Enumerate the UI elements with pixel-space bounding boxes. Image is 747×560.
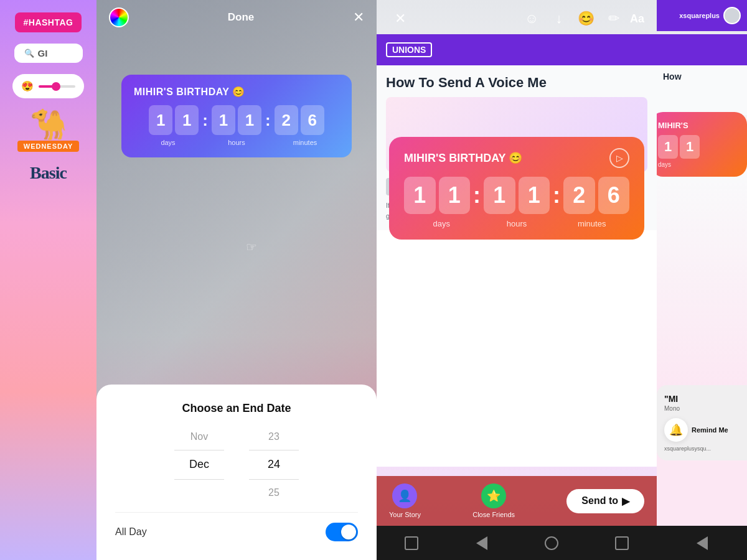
close-button[interactable]: ✕ bbox=[353, 9, 364, 26]
home-icon-3 bbox=[545, 536, 558, 550]
day-column[interactable]: 23 24 25 bbox=[249, 430, 299, 500]
partial-digits-row: 1 1 bbox=[658, 135, 740, 159]
download-icon[interactable]: ↓ bbox=[548, 7, 570, 30]
your-story-icon: 👤 bbox=[392, 483, 417, 508]
all-day-label: All Day bbox=[115, 526, 147, 538]
done-button[interactable]: Done bbox=[228, 11, 255, 24]
send-to-button[interactable]: Send to ▶ bbox=[566, 489, 644, 513]
panel4-header: xsquareplus bbox=[657, 0, 747, 31]
panel4-web-title: How bbox=[657, 65, 747, 88]
slider-track[interactable] bbox=[39, 85, 75, 88]
bell-emoji: 🔔 bbox=[669, 423, 683, 437]
unions-logo: UNIONS bbox=[386, 42, 432, 57]
nav-back-4[interactable] bbox=[691, 532, 713, 554]
close-friends-label: Close Friends bbox=[472, 511, 515, 518]
partial-digit-1: 1 bbox=[658, 135, 678, 159]
nav-square-3[interactable] bbox=[400, 532, 423, 554]
nav-back-3[interactable] bbox=[471, 532, 493, 554]
story-topbar: ✕ ☺ ↓ 😊 ✏ Aa bbox=[377, 0, 657, 37]
countdown-arrow-icon[interactable]: ▷ bbox=[609, 148, 629, 168]
color-wheel-icon[interactable] bbox=[109, 7, 129, 27]
all-day-row: All Day bbox=[115, 512, 358, 541]
month-column[interactable]: Nov Dec bbox=[174, 430, 224, 500]
face-icon[interactable]: ☺ bbox=[520, 7, 543, 30]
day-selected: 24 bbox=[268, 457, 280, 472]
story-digit-h2: 1 bbox=[519, 177, 550, 214]
all-day-toggle[interactable] bbox=[326, 523, 358, 541]
nav-bar-4 bbox=[657, 526, 747, 560]
hashtag-sticker[interactable]: #HASHTAG bbox=[15, 12, 82, 32]
your-story-option[interactable]: 👤 Your Story bbox=[389, 483, 421, 518]
story-countdown-sticker[interactable]: MIHIR'S BIRTHDAY 😊 ▷ 1 1 : 1 1 : 2 6 day… bbox=[389, 137, 644, 240]
user-avatar bbox=[723, 7, 741, 24]
web-background: UNIONS How To Send A Voice Me Posted by … bbox=[377, 34, 657, 467]
story-digit-m2: 6 bbox=[598, 177, 630, 214]
cursor-indicator: ☞ bbox=[246, 240, 257, 254]
story-digit-h1: 1 bbox=[484, 177, 515, 214]
close-friends-option[interactable]: ⭐ Close Friends bbox=[472, 483, 515, 518]
text-tool-icon[interactable]: Aa bbox=[630, 12, 644, 26]
remind-me-label: Remind Me bbox=[692, 426, 728, 434]
nav-bar-3 bbox=[377, 526, 657, 560]
story-digit-d1: 1 bbox=[404, 177, 436, 214]
partial-label-days: days bbox=[658, 161, 740, 168]
story-label-hours: hours bbox=[479, 219, 555, 228]
close-icon[interactable]: ✕ bbox=[389, 7, 411, 30]
top-icons-right: ☺ ↓ 😊 ✏ Aa bbox=[520, 7, 644, 30]
digit-mins-1: 2 bbox=[275, 105, 298, 135]
slider-thumb[interactable] bbox=[52, 82, 60, 91]
close-friends-icon: ⭐ bbox=[481, 483, 506, 508]
story-panel: ✕ ☺ ↓ 😊 ✏ Aa UNIONS How To Send A Voice … bbox=[377, 0, 657, 560]
notify-bell-row: 🔔 Remind Me bbox=[664, 418, 740, 442]
notify-quote: "MI bbox=[664, 394, 740, 404]
creator-topbar: Done ✕ bbox=[96, 0, 377, 35]
gif-sticker[interactable]: 🔍 GI bbox=[14, 44, 83, 63]
label-minutes: minutes bbox=[271, 139, 339, 146]
panel4-content: xsquareplus How MIHIR'S 1 1 days "MI Mon… bbox=[657, 0, 747, 560]
partial-digit-2: 1 bbox=[680, 135, 700, 159]
day-prev: 23 bbox=[268, 430, 280, 444]
gif-label: GI bbox=[38, 48, 48, 58]
nav-home-3[interactable] bbox=[540, 532, 563, 554]
camel-sticker[interactable]: 🐪 WEDNESDAY bbox=[17, 110, 80, 152]
panel4-web: How bbox=[657, 34, 747, 115]
story-action-bar: 👤 Your Story ⭐ Close Friends Send to ▶ bbox=[377, 476, 657, 526]
separator-2: : bbox=[265, 111, 271, 130]
back-icon-3 bbox=[476, 536, 487, 550]
story-sep-1: : bbox=[473, 182, 481, 208]
camel-emoji: 🐪 bbox=[30, 110, 67, 139]
story-title-row: MIHIR'S BIRTHDAY 😊 ▷ bbox=[404, 148, 629, 168]
label-hours: hours bbox=[202, 139, 271, 146]
slider-emoji: 😍 bbox=[21, 80, 34, 92]
digit-mins-2: 6 bbox=[301, 105, 324, 135]
back-icon-4 bbox=[697, 536, 708, 550]
send-to-label: Send to bbox=[581, 495, 618, 506]
date-picker-columns: Nov Dec 23 24 25 bbox=[115, 430, 358, 500]
story-digit-m1: 2 bbox=[563, 177, 595, 214]
countdown-labels: days hours minutes bbox=[134, 139, 339, 146]
nav-recent-3[interactable] bbox=[611, 532, 633, 554]
countdown-digits-row: 1 1 : 1 1 : 2 6 bbox=[134, 105, 339, 135]
draw-icon[interactable]: ✏ bbox=[603, 7, 625, 30]
digit-hours-1: 1 bbox=[212, 105, 235, 135]
digit-days-1: 1 bbox=[149, 105, 172, 135]
web-header: UNIONS bbox=[377, 34, 657, 65]
countdown-title-row: MIHIR'S BIRTHDAY 😊 bbox=[134, 86, 339, 98]
story-sep-2: : bbox=[553, 182, 560, 208]
month-divider-bottom bbox=[174, 479, 224, 480]
send-to-arrow: ▶ bbox=[622, 495, 629, 507]
wednesday-badge: WEDNESDAY bbox=[17, 141, 80, 152]
bell-icon[interactable]: 🔔 bbox=[664, 418, 688, 442]
web-article-title: How To Send A Voice Me bbox=[386, 75, 647, 91]
digit-hours-2: 1 bbox=[238, 105, 261, 135]
notify-username: xsquareplusysqu... bbox=[664, 446, 740, 452]
panel2-content: Done ✕ MIHIR'S BIRTHDAY 😊 1 1 : 1 1 : 2 … bbox=[96, 0, 377, 560]
notification-card: "MI Mono 🔔 Remind Me xsquareplusysqu... bbox=[657, 385, 747, 460]
digit-days-2: 1 bbox=[175, 105, 199, 135]
story-label-minutes: minutes bbox=[554, 219, 629, 228]
countdown-sticker-preview[interactable]: MIHIR'S BIRTHDAY 😊 1 1 : 1 1 : 2 6 days … bbox=[121, 75, 352, 157]
partial-countdown-sticker: MIHIR'S 1 1 days bbox=[657, 112, 747, 177]
basic-sticker[interactable]: Basic bbox=[30, 163, 67, 183]
sticker-icon[interactable]: 😊 bbox=[575, 7, 598, 30]
slider-sticker[interactable]: 😍 bbox=[12, 74, 84, 98]
